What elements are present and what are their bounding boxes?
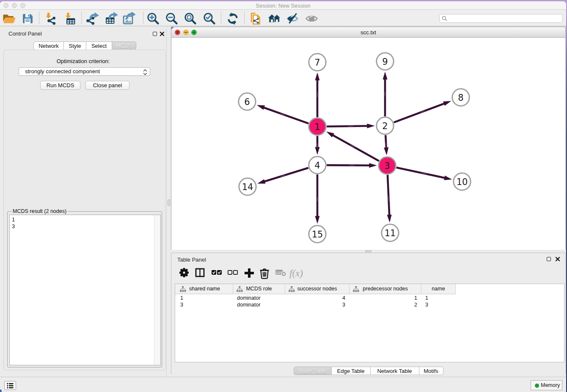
mcds-result-item[interactable]: 1 xyxy=(10,216,160,223)
float-table-panel-icon[interactable] xyxy=(547,257,551,261)
cell-shared-name[interactable]: 3 xyxy=(180,301,229,308)
save-session-button[interactable] xyxy=(21,12,34,25)
column-header-successor-nodes[interactable]: successor nodes xyxy=(285,284,350,294)
close-table-panel-icon[interactable] xyxy=(555,257,560,262)
table-tab-motifs[interactable]: Motifs xyxy=(419,367,443,375)
cell-name[interactable]: 1 xyxy=(425,295,451,301)
mcds-result-item[interactable]: 3 xyxy=(10,223,160,230)
float-panel-icon[interactable] xyxy=(153,32,157,36)
table-row-3[interactable]: 3dominator323 xyxy=(175,301,564,308)
home-view-icon xyxy=(268,12,281,25)
edge-arrow-2-3 xyxy=(384,147,388,155)
zoom-out-button[interactable] xyxy=(165,12,179,25)
network-canvas[interactable]: 1234678910111415 xyxy=(171,38,565,250)
cell-successor-nodes[interactable]: 4 xyxy=(289,295,345,301)
close-panel-icon[interactable] xyxy=(160,31,165,36)
table-panel: Table Panel f(x) shared name MCDS role s… xyxy=(171,253,566,374)
cell-MCDS-role[interactable]: dominator xyxy=(237,295,281,301)
select-all-button[interactable] xyxy=(211,268,222,281)
function-builder-button[interactable]: f(x) xyxy=(289,268,304,281)
close-panel-button[interactable]: Close panel xyxy=(85,81,129,90)
add-column-button[interactable] xyxy=(244,268,255,281)
table-tab-node-table[interactable]: Node Table xyxy=(294,367,332,375)
open-file-button[interactable] xyxy=(2,12,16,25)
export-table-button[interactable] xyxy=(104,12,118,25)
cell-name[interactable]: 3 xyxy=(425,301,451,308)
horizontal-split-divider[interactable] xyxy=(171,250,566,253)
edge-arrow-3-1 xyxy=(326,132,334,138)
column-header-predecessor-nodes[interactable]: predecessor nodes xyxy=(350,284,421,294)
cell-predecessor-nodes[interactable]: 2 xyxy=(353,301,417,308)
split-columns-icon xyxy=(195,268,206,279)
edge-3-11[interactable] xyxy=(388,175,389,215)
tab-select[interactable]: Select xyxy=(86,41,112,50)
zoom-fit-button[interactable] xyxy=(184,12,197,25)
select-all-icon xyxy=(211,268,222,279)
column-header-name[interactable]: name xyxy=(421,284,456,294)
delete-table-button[interactable] xyxy=(275,268,287,281)
delete-column-button[interactable] xyxy=(259,268,270,281)
gear-icon xyxy=(179,268,190,279)
optimization-criterion-label: Optimization criterion: xyxy=(0,58,166,64)
hide-details-button[interactable] xyxy=(286,12,300,25)
edge-2-8[interactable] xyxy=(394,104,444,123)
export-image-button[interactable] xyxy=(122,12,135,25)
memory-button[interactable]: Memory xyxy=(531,380,562,390)
app-window: Session: New Session xyxy=(0,1,566,392)
mcds-result-list[interactable]: 13 xyxy=(9,215,161,365)
table-toolbar: f(x) xyxy=(171,264,565,283)
graph-node-label-7: 7 xyxy=(314,58,320,68)
table-tab-network-table[interactable]: Network Table xyxy=(371,367,419,375)
copy-network-button[interactable] xyxy=(249,12,262,25)
tab-mcds[interactable]: MCDS xyxy=(112,41,136,50)
criterion-dropdown[interactable]: strongly connected component xyxy=(19,67,150,76)
graph-node-label-11: 11 xyxy=(385,228,396,238)
search-input[interactable] xyxy=(439,14,563,23)
mcds-result-group: MCDS result (2 nodes) 13 xyxy=(7,211,162,367)
edge-label-mark xyxy=(386,143,386,148)
task-history-button[interactable] xyxy=(4,381,16,390)
edge-3-1[interactable] xyxy=(333,135,379,161)
edge-4-3[interactable] xyxy=(327,165,369,166)
deselect-all-button[interactable] xyxy=(227,268,238,281)
export-network-button[interactable] xyxy=(85,12,99,25)
show-details-button[interactable] xyxy=(305,12,319,25)
vertical-divider-grip[interactable] xyxy=(168,199,170,206)
edge-1-6[interactable] xyxy=(264,108,308,124)
edge-3-10[interactable] xyxy=(396,168,445,178)
graph-node-label-14: 14 xyxy=(242,182,253,192)
cell-MCDS-role[interactable]: dominator xyxy=(237,301,281,308)
toolbar-separator xyxy=(39,12,39,24)
zoom-selected-button[interactable] xyxy=(203,12,216,25)
home-view-button[interactable] xyxy=(268,12,281,25)
horizontal-divider-grip[interactable] xyxy=(365,250,372,252)
table-row-1[interactable]: 1dominator411 xyxy=(175,295,564,301)
deselect-all-icon xyxy=(227,268,238,279)
toolbar-separator xyxy=(221,12,221,24)
edge-1-2[interactable] xyxy=(327,126,367,127)
column-header-MCDS-role[interactable]: MCDS role xyxy=(233,284,285,294)
table-scrollpane: shared name MCDS role successor nodes pr… xyxy=(175,284,564,362)
graph-node-label-8: 8 xyxy=(458,93,463,103)
edge-arrow-2-8 xyxy=(443,101,451,106)
import-network-button[interactable] xyxy=(44,12,58,25)
graph-svg: 1234678910111415 xyxy=(171,38,565,250)
zoom-selected-icon xyxy=(203,12,216,25)
tab-style[interactable]: Style xyxy=(64,41,86,50)
cell-successor-nodes[interactable]: 3 xyxy=(289,301,345,308)
gear-button[interactable] xyxy=(179,268,190,281)
zoom-in-button[interactable] xyxy=(146,12,160,25)
cell-shared-name[interactable]: 1 xyxy=(180,295,229,301)
import-table-button[interactable] xyxy=(63,12,77,25)
edge-4-14[interactable] xyxy=(264,168,308,182)
run-mcds-button[interactable]: Run MCDS xyxy=(40,81,80,90)
result-scrollbar[interactable] xyxy=(154,215,160,365)
refresh-button[interactable] xyxy=(226,12,239,25)
split-columns-button[interactable] xyxy=(195,268,206,281)
export-image-icon xyxy=(122,12,135,25)
column-header-shared-name[interactable]: shared name xyxy=(176,284,233,294)
table-tab-edge-table[interactable]: Edge Table xyxy=(332,367,371,375)
tab-network[interactable]: Network xyxy=(33,41,64,50)
cell-predecessor-nodes[interactable]: 1 xyxy=(353,295,417,301)
vertical-split-divider[interactable] xyxy=(166,26,171,377)
